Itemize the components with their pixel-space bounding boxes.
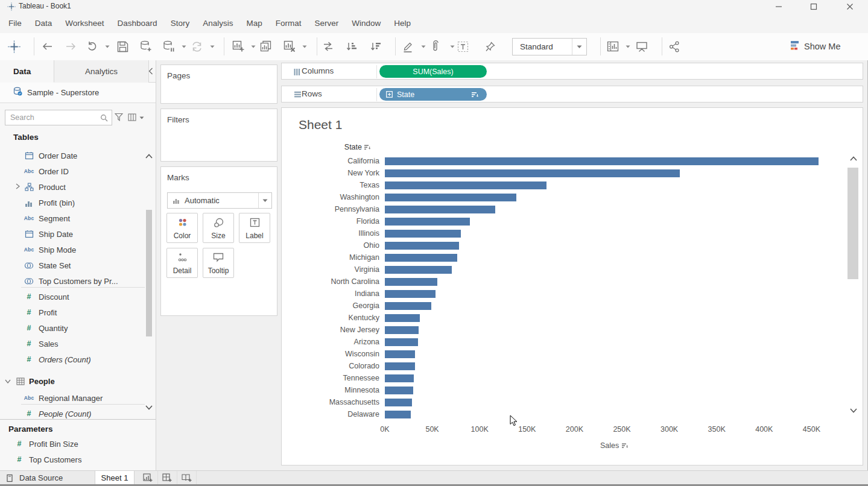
minimize-button[interactable] [770, 1, 788, 12]
field-sales[interactable]: #Sales [0, 336, 145, 352]
bar-washington[interactable] [385, 194, 516, 201]
row-label[interactable]: Pennsylvania [282, 203, 379, 215]
maximize-button[interactable] [805, 1, 823, 12]
duplicate-icon[interactable] [260, 39, 272, 54]
menu-server[interactable]: Server [308, 19, 345, 28]
filter-fields-icon[interactable] [115, 113, 123, 124]
save-icon[interactable] [117, 39, 128, 54]
filters-shelf[interactable]: Filters [160, 109, 277, 162]
bar-florida[interactable] [385, 218, 470, 226]
row-label[interactable]: Delaware [282, 408, 379, 420]
text-box-icon[interactable] [457, 39, 469, 54]
tab-data[interactable]: Data [0, 60, 54, 83]
show-me-button[interactable]: Show Me [790, 38, 840, 55]
bar-california[interactable] [385, 157, 819, 165]
bar-massachusetts[interactable] [385, 399, 412, 406]
row-label[interactable]: Virginia [282, 264, 379, 276]
bar-georgia[interactable] [385, 302, 431, 310]
detail-button[interactable]: Detail [166, 248, 198, 278]
sort-descending-icon[interactable] [370, 39, 382, 54]
row-label[interactable]: Indiana [282, 288, 379, 300]
new-story-button[interactable] [177, 471, 197, 485]
mark-type-caret[interactable] [258, 193, 271, 208]
row-label[interactable]: Massachusetts [282, 396, 379, 408]
row-label[interactable]: Michigan [282, 251, 379, 264]
field-profit[interactable]: #Profit [0, 305, 145, 320]
field-quantity[interactable]: #Quantity [0, 320, 145, 336]
row-label[interactable]: Minnesota [282, 384, 379, 396]
new-worksheet-caret[interactable] [251, 39, 256, 54]
row-label[interactable]: Georgia [282, 300, 379, 312]
replay-icon[interactable] [86, 39, 98, 54]
field-people[interactable]: People [0, 373, 145, 389]
bar-arizona[interactable] [385, 338, 418, 346]
row-label[interactable]: Tennessee [282, 372, 379, 384]
share-icon[interactable] [669, 39, 680, 54]
row-label[interactable]: Colorado [282, 360, 379, 372]
mark-type-dropdown[interactable]: Automatic [167, 192, 272, 209]
header-sort-icon[interactable] [364, 145, 370, 150]
field-people-count-[interactable]: #People (Count) [0, 406, 145, 419]
annotation-caret[interactable] [450, 39, 455, 54]
label-button[interactable]: Label [239, 213, 270, 243]
columns-pill-sum-sales[interactable]: SUM(Sales) [379, 65, 487, 78]
menu-file[interactable]: File [2, 19, 28, 28]
annotation-icon[interactable] [431, 39, 440, 54]
swap-axes-icon[interactable] [322, 39, 334, 54]
bar-new-jersey[interactable] [385, 326, 419, 334]
rows-shelf[interactable]: Rows State [281, 86, 863, 103]
parameter-top-customers[interactable]: #Top Customers [0, 452, 156, 467]
axis-sort-icon[interactable] [622, 443, 628, 449]
bar-wisconsin[interactable] [385, 350, 415, 358]
field-profit-bin-[interactable]: Profit (bin) [0, 195, 145, 210]
scroll-up-icon[interactable] [145, 154, 153, 159]
tableau-logo-icon[interactable] [8, 39, 21, 54]
field-segment[interactable]: AbcSegment [0, 210, 145, 226]
view-options-icon[interactable] [128, 113, 136, 124]
expander-icon[interactable] [16, 183, 23, 191]
bar-tennessee[interactable] [385, 374, 414, 382]
tab-data-source[interactable]: Data Source [0, 471, 95, 485]
tooltip-button[interactable]: Tooltip [203, 248, 234, 278]
chart-scrollbar-thumb[interactable] [847, 168, 858, 279]
row-label[interactable]: Kentucky [282, 312, 379, 324]
pause-data-caret[interactable] [182, 39, 186, 54]
bar-texas[interactable] [385, 181, 546, 189]
row-label[interactable]: Texas [282, 179, 379, 191]
search-input[interactable]: Search [5, 110, 112, 125]
bar-new-york[interactable] [385, 169, 680, 177]
expand-hierarchy-icon[interactable] [386, 91, 393, 98]
menu-worksheet[interactable]: Worksheet [59, 19, 110, 28]
presentation-icon[interactable] [636, 39, 648, 54]
pin-icon[interactable] [485, 39, 496, 54]
columns-shelf[interactable]: Columns SUM(Sales) [281, 63, 863, 80]
forward-icon[interactable] [64, 39, 77, 54]
pause-data-icon[interactable] [163, 39, 175, 54]
fit-dropdown-caret[interactable] [572, 39, 586, 55]
bar-north-carolina[interactable] [385, 278, 437, 286]
sidebar-scrollbar-thumb[interactable] [146, 210, 152, 336]
bar-indiana[interactable] [385, 290, 436, 298]
close-button[interactable] [841, 1, 859, 12]
field-discount[interactable]: #Discount [0, 289, 145, 305]
highlight-caret[interactable] [421, 39, 426, 54]
menu-analysis[interactable]: Analysis [196, 19, 239, 28]
pages-shelf[interactable]: Pages [160, 65, 277, 104]
bar-virginia[interactable] [385, 266, 452, 274]
bar-illinois[interactable] [385, 230, 461, 238]
add-data-icon[interactable] [140, 39, 152, 54]
refresh-caret[interactable] [210, 39, 215, 54]
menu-format[interactable]: Format [269, 19, 308, 28]
menu-dashboard[interactable]: Dashboard [111, 19, 164, 28]
view-options-caret[interactable] [139, 115, 144, 121]
field-product[interactable]: Product [0, 179, 145, 195]
parameter-profit-bin-size[interactable]: #Profit Bin Size [0, 436, 156, 452]
expander-icon[interactable] [5, 378, 12, 385]
row-label[interactable]: New Jersey [282, 324, 379, 336]
rows-pill-state[interactable]: State [379, 88, 487, 101]
color-button[interactable]: Color [166, 213, 198, 243]
scroll-down-icon[interactable] [145, 405, 153, 410]
row-label[interactable]: North Carolina [282, 276, 379, 288]
row-label[interactable]: New York [282, 167, 379, 179]
bar-kentucky[interactable] [385, 314, 420, 322]
